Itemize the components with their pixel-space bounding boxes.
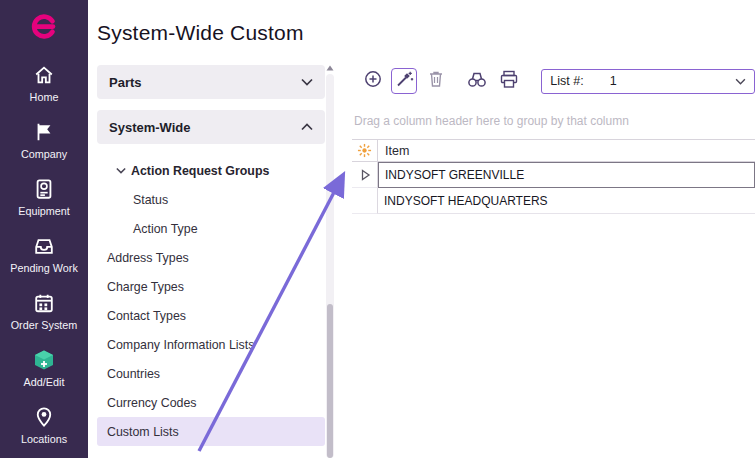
sidebar-item-pending-work[interactable]: Pending Work xyxy=(0,225,88,282)
item-cell[interactable]: INDYSOFT GREENVILLE xyxy=(378,162,755,188)
list-editor-panel: List #: 1 Drag a column header here to g… xyxy=(352,62,755,458)
category-item-label: Company Information Lists xyxy=(107,338,254,352)
sidebar-item-label: Order System xyxy=(11,319,78,331)
panel-scrollbar[interactable] xyxy=(325,62,335,458)
column-header-item[interactable]: Item xyxy=(378,140,755,161)
scroll-up-icon xyxy=(326,65,334,71)
category-item-custom-lists[interactable]: Custom Lists xyxy=(97,417,325,446)
section-parts[interactable]: Parts xyxy=(97,65,325,99)
category-item-action-type[interactable]: Action Type xyxy=(97,214,325,243)
sidebar-item-label: Equipment xyxy=(18,205,70,217)
add-button[interactable] xyxy=(360,68,385,94)
sidebar-item-label: Add/Edit xyxy=(24,376,65,388)
scrollbar-track[interactable] xyxy=(326,74,334,458)
list-number-label: List #: xyxy=(550,74,583,88)
company-icon xyxy=(33,120,55,144)
category-item-contact-types[interactable]: Contact Types xyxy=(97,301,325,330)
row-indicator xyxy=(352,162,378,188)
indysoft-logo[interactable] xyxy=(0,0,88,54)
section-label: Parts xyxy=(109,75,142,90)
table-row[interactable]: INDYSOFT HEADQUARTERS xyxy=(352,188,755,214)
toolbar: List #: 1 xyxy=(352,62,755,100)
chevron-down-icon[interactable] xyxy=(735,78,746,85)
category-item-label: Custom Lists xyxy=(107,425,179,439)
add-edit-icon xyxy=(32,348,56,372)
sidebar-item-locations[interactable]: Locations xyxy=(0,396,88,453)
category-item-label: Charge Types xyxy=(107,280,184,294)
category-item-label: Status xyxy=(133,193,168,207)
logo-e-icon xyxy=(28,11,60,43)
category-item-label: Address Types xyxy=(107,251,189,265)
category-item-countries[interactable]: Countries xyxy=(97,359,325,388)
sidebar-item-label: Pending Work xyxy=(10,262,78,274)
category-item-charge-types[interactable]: Charge Types xyxy=(97,272,325,301)
chevron-down-icon[interactable] xyxy=(116,167,126,174)
locations-icon xyxy=(33,405,55,429)
sidebar-nav: HomeCompanyEquipmentPending WorkOrder Sy… xyxy=(0,54,88,453)
print-button[interactable] xyxy=(496,68,521,94)
chevron-down-icon xyxy=(301,78,313,86)
list-number-combo[interactable]: List #: 1 xyxy=(541,69,755,94)
sidebar-item-label: Home xyxy=(30,91,59,103)
section-system-wide[interactable]: System-Wide xyxy=(97,110,325,144)
sidebar-item-equipment[interactable]: Equipment xyxy=(0,168,88,225)
scroll-up-button[interactable] xyxy=(325,62,335,74)
category-item-action-request-groups[interactable]: Action Request Groups xyxy=(97,156,325,185)
sun-icon xyxy=(357,143,372,158)
category-item-label: Currency Codes xyxy=(107,396,197,410)
category-item-currency-codes[interactable]: Currency Codes xyxy=(97,388,325,417)
delete-button[interactable] xyxy=(423,68,448,94)
sidebar-item-company[interactable]: Company xyxy=(0,111,88,168)
sidebar-item-home[interactable]: Home xyxy=(0,54,88,111)
indicator-column-header[interactable] xyxy=(352,140,378,161)
scrollbar-thumb[interactable] xyxy=(327,304,333,458)
home-icon xyxy=(33,63,55,87)
row-indicator xyxy=(352,188,378,214)
list-number-value: 1 xyxy=(610,74,617,88)
category-item-company-information-lists[interactable]: Company Information Lists xyxy=(97,330,325,359)
sidebar: HomeCompanyEquipmentPending WorkOrder Sy… xyxy=(0,0,88,458)
equipment-icon xyxy=(33,177,55,201)
grid-rows: INDYSOFT GREENVILLEINDYSOFT HEADQUARTERS xyxy=(352,162,755,214)
order-system-icon xyxy=(33,291,55,315)
add-icon xyxy=(363,69,383,93)
delete-icon xyxy=(427,69,445,93)
pending-work-icon xyxy=(33,234,55,258)
items-grid: Item INDYSOFT GREENVILLEINDYSOFT HEADQUA… xyxy=(352,139,755,214)
table-row[interactable]: INDYSOFT GREENVILLE xyxy=(352,162,755,188)
group-by-hint: Drag a column header here to group by th… xyxy=(354,114,755,128)
section-label: System-Wide xyxy=(109,120,191,135)
find-button[interactable] xyxy=(464,68,489,94)
printer-icon xyxy=(499,70,519,93)
page-title: System-Wide Custom xyxy=(97,21,304,45)
category-panel: Parts System-Wide Action Request GroupsS… xyxy=(97,62,335,458)
grid-header-row: Item xyxy=(352,139,755,162)
chevron-up-icon xyxy=(301,123,313,131)
sidebar-item-order-system[interactable]: Order System xyxy=(0,282,88,339)
binoculars-icon xyxy=(467,70,487,92)
sidebar-item-add-edit[interactable]: Add/Edit xyxy=(0,339,88,396)
category-list: Action Request GroupsStatusAction TypeAd… xyxy=(97,156,325,446)
category-item-status[interactable]: Status xyxy=(97,185,325,214)
category-item-label: Contact Types xyxy=(107,309,186,323)
sidebar-item-label: Company xyxy=(21,148,67,160)
wand-icon xyxy=(394,69,414,93)
category-item-label: Action Type xyxy=(133,222,198,236)
item-cell[interactable]: INDYSOFT HEADQUARTERS xyxy=(378,188,755,214)
sidebar-item-label: Locations xyxy=(21,433,67,445)
category-item-address-types[interactable]: Address Types xyxy=(97,243,325,272)
category-item-label: Countries xyxy=(107,367,160,381)
edit-wand-button[interactable] xyxy=(391,68,416,94)
category-item-label: Action Request Groups xyxy=(131,164,269,178)
